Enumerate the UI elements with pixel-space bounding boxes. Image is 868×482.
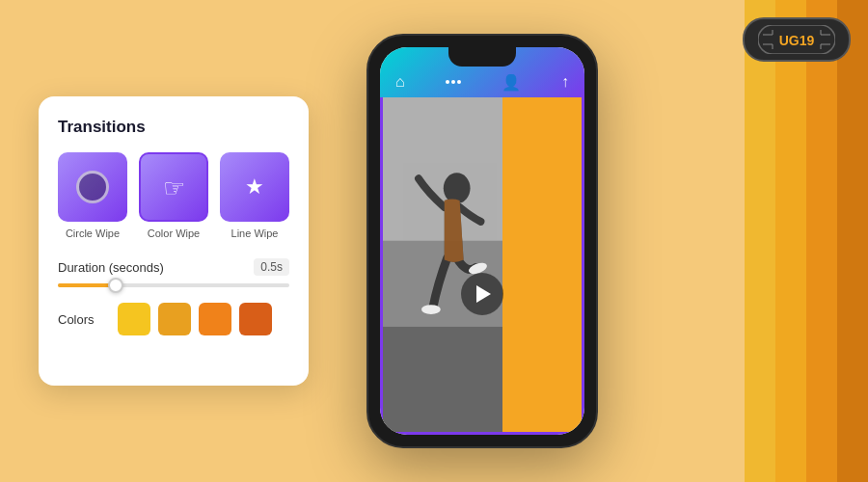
dot-2	[451, 80, 455, 84]
color-wipe-label: Color Wipe	[148, 228, 200, 239]
phone-content	[380, 97, 584, 435]
person-svg	[383, 97, 502, 432]
phone-container: ⌂ 👤 ↑	[366, 34, 598, 448]
phone-notch	[448, 47, 516, 67]
profile-icon[interactable]: 👤	[502, 73, 521, 92]
svg-rect-12	[383, 327, 502, 432]
color-swatch-4[interactable]	[239, 303, 272, 335]
play-button[interactable]	[461, 273, 503, 315]
nav-dots[interactable]	[446, 80, 461, 84]
colors-section: Colors	[58, 303, 289, 335]
cursor-hand-icon: ☞	[163, 175, 185, 201]
panel-title: Transitions	[58, 118, 289, 137]
video-area	[383, 97, 582, 432]
dot-3	[457, 80, 461, 84]
transitions-panel: Transitions Circle Wipe ☞ Color Wipe	[39, 96, 309, 386]
transition-circle-wipe[interactable]: Circle Wipe	[58, 152, 127, 239]
color-swatch-3[interactable]	[199, 303, 231, 335]
orange-panel	[502, 97, 582, 432]
star-icon: ★	[245, 174, 264, 200]
svg-rect-11	[383, 97, 502, 241]
line-wipe-thumb[interactable]: ★	[220, 152, 289, 222]
main-area: Transitions Circle Wipe ☞ Color Wipe	[0, 0, 868, 482]
duration-slider[interactable]	[58, 283, 289, 287]
circle-wipe-label: Circle Wipe	[66, 228, 120, 239]
svg-point-13	[444, 173, 471, 203]
slider-fill	[58, 283, 116, 287]
circle-wipe-thumb[interactable]	[58, 152, 127, 222]
transition-options: Circle Wipe ☞ Color Wipe ★ Line Wipe	[58, 152, 289, 239]
svg-point-14	[421, 305, 441, 314]
phone-frame: ⌂ 👤 ↑	[366, 34, 598, 448]
color-swatch-2[interactable]	[158, 303, 191, 335]
duration-section: Duration (seconds) 0.5s	[58, 258, 289, 287]
video-photo	[383, 97, 502, 432]
transition-color-wipe[interactable]: ☞ Color Wipe	[139, 152, 208, 239]
duration-value: 0.5s	[254, 258, 289, 276]
share-icon[interactable]: ↑	[561, 73, 569, 91]
slider-thumb[interactable]	[108, 278, 123, 293]
circle-wipe-icon	[76, 171, 109, 203]
colors-label: Colors	[58, 312, 106, 327]
duration-label: Duration (seconds)	[58, 260, 164, 275]
color-swatch-1[interactable]	[118, 303, 150, 335]
home-icon[interactable]: ⌂	[395, 73, 405, 91]
duration-header: Duration (seconds) 0.5s	[58, 258, 289, 276]
line-wipe-label: Line Wipe	[231, 228, 279, 239]
play-icon	[476, 285, 491, 303]
color-swatches	[118, 303, 272, 335]
transition-line-wipe[interactable]: ★ Line Wipe	[220, 152, 289, 239]
color-wipe-thumb[interactable]: ☞	[139, 152, 208, 222]
phone-screen: ⌂ 👤 ↑	[380, 47, 584, 435]
dot-1	[446, 80, 449, 84]
